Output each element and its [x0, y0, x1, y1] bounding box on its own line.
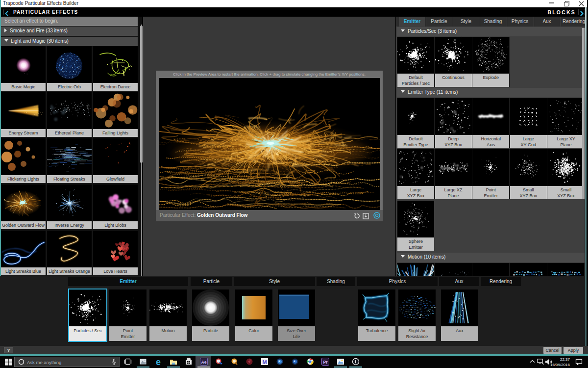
svg-text:Pr: Pr — [323, 360, 328, 365]
svg-text:e: e — [156, 358, 161, 366]
svg-text:M: M — [262, 359, 267, 365]
svg-text:Ae: Ae — [201, 360, 207, 365]
